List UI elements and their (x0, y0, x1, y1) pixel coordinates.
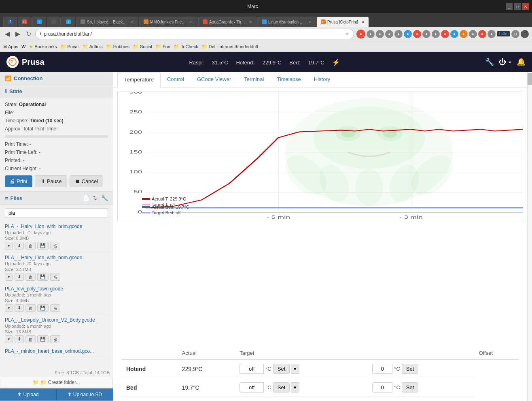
tab-terminal[interactable]: Terminal (237, 72, 270, 87)
bookmark-bookmarks[interactable]: ★ Bookmarks (29, 44, 57, 49)
bed-target-dropdown[interactable]: ▾ (291, 382, 299, 392)
browser-tab-google[interactable]: G (18, 17, 32, 27)
tab-timelapse[interactable]: Timelapse (270, 72, 307, 87)
nav-icon-7[interactable]: ● (413, 30, 421, 38)
create-folder-button[interactable]: 📁 📁 Create folder... (0, 377, 113, 388)
file-download-btn-4[interactable]: ⬇ (15, 335, 24, 343)
nav-icon-8[interactable]: ● (422, 30, 430, 38)
file-sd-btn-4[interactable]: 💾 (37, 335, 49, 343)
tab-close-aquagraphix[interactable]: ✕ (249, 20, 252, 24)
bookmark-star[interactable]: ★ (345, 31, 350, 37)
file-load-btn-3[interactable]: ▾ (5, 304, 13, 312)
right-scrollbar[interactable] (527, 72, 532, 401)
reload-button[interactable]: ↻ (24, 29, 33, 38)
file-delete-btn-2[interactable]: 🗑 (25, 273, 36, 281)
new-file-icon[interactable]: 📄 (83, 195, 90, 201)
file-name-4[interactable]: PLA_-_Lowpoly_Unicorn_V2_Body.gcode (5, 317, 108, 323)
nav-icon-10[interactable]: ● (441, 30, 449, 38)
browser-tab-prusa[interactable]: P Prusa [OctoPrint] ✕ (316, 17, 369, 27)
nav-menu[interactable]: ⋮ (521, 30, 529, 38)
file-download-btn-1[interactable]: ⬇ (15, 242, 24, 250)
file-delete-btn-1[interactable]: 🗑 (25, 242, 36, 250)
file-print-btn-3[interactable]: 🖨 (50, 304, 60, 312)
tab-history[interactable]: History (307, 72, 337, 87)
file-load-btn-1[interactable]: ▾ (5, 242, 13, 250)
nav-icon-5[interactable]: ● (394, 30, 403, 38)
browser-tab-mmojunkies[interactable]: MMOJunkies Friends D... ✕ (139, 17, 197, 27)
settings-icon[interactable]: 🔧 (485, 58, 494, 66)
file-name-3[interactable]: PLA_low_poly_fawn.gcode (5, 286, 108, 292)
nav-icon-4[interactable]: ● (385, 30, 393, 38)
nav-icon-2[interactable]: ● (367, 30, 375, 38)
browser-tab-facebook[interactable]: f (3, 17, 17, 27)
bookmark-fun[interactable]: 📁 Fun (155, 44, 170, 49)
bookmark-intranet[interactable]: intranet.thunderbluff... (218, 44, 262, 49)
bookmark-hobbies[interactable]: 📁 Hobbies (106, 44, 129, 49)
pause-button[interactable]: ⏸ Pause (35, 175, 67, 187)
address-text[interactable]: prusa.thunderbluff.lan/ (44, 31, 342, 37)
tab-gcode-viewer[interactable]: GCode Viewer (191, 72, 237, 87)
hotend-target-dropdown[interactable]: ▾ (291, 364, 299, 374)
state-header[interactable]: ℹ State (0, 85, 113, 98)
browser-tab-site[interactable] (47, 17, 61, 27)
file-download-btn-2[interactable]: ⬇ (15, 273, 24, 281)
file-print-btn-2[interactable]: 🖨 (50, 273, 60, 281)
hotend-offset-input[interactable] (372, 364, 392, 374)
scrollbar-thumb[interactable] (528, 73, 532, 85)
cancel-button[interactable]: ⏹ Cancel (70, 175, 103, 187)
bookmark-apps[interactable]: ⊞ Apps (3, 44, 18, 49)
bed-offset-set-button[interactable]: Set (402, 382, 419, 392)
file-sd-btn-2[interactable]: 💾 (37, 273, 49, 281)
file-delete-btn-4[interactable]: 🗑 (25, 335, 36, 343)
power-icon[interactable]: ⏻ ▾ (499, 58, 512, 66)
upload-button[interactable]: ⬆ Upload (0, 388, 57, 401)
nav-icon-9[interactable]: ● (432, 30, 440, 38)
nav-icon-15[interactable]: ● (487, 30, 496, 38)
file-sd-btn-1[interactable]: 💾 (37, 242, 49, 250)
bookmark-w[interactable]: W (21, 44, 25, 49)
file-search-input[interactable] (5, 208, 108, 218)
file-delete-btn-3[interactable]: 🗑 (25, 304, 36, 312)
browser-tab-linux[interactable]: Linux distribution pack... ✕ (257, 17, 316, 27)
refresh-icon[interactable]: ↻ (93, 195, 98, 201)
bed-set-button[interactable]: Set (273, 382, 290, 392)
bookmark-adfinis[interactable]: 📁 Adfinis (82, 44, 103, 49)
nav-icon-11[interactable]: ● (450, 30, 458, 38)
wrench-icon[interactable]: 🔧 (101, 195, 108, 201)
tab-close-blackme[interactable]: ✕ (131, 20, 134, 24)
file-download-btn-3[interactable]: ⬇ (15, 304, 24, 312)
browser-tab-twitter2[interactable]: T (61, 17, 75, 27)
file-load-btn-2[interactable]: ▾ (5, 273, 13, 281)
connection-header[interactable]: 📶 Connection (0, 72, 113, 85)
hotend-offset-set-button[interactable]: Set (402, 364, 419, 374)
nav-icon-6[interactable]: ● (404, 30, 412, 38)
nav-icon-13[interactable]: ● (469, 30, 477, 38)
files-title[interactable]: ≡ Files (5, 195, 22, 201)
file-print-btn-1[interactable]: 🖨 (50, 242, 60, 250)
bookmark-del[interactable]: 📁 Del (201, 44, 216, 49)
upload-sd-button[interactable]: ⬆ Upload to SD (57, 388, 113, 401)
bookmark-social[interactable]: 📁 Social (133, 44, 152, 49)
bed-target-input[interactable] (240, 382, 264, 392)
browser-tab-blackme[interactable]: So, I played... Black Me... ✕ (76, 17, 138, 27)
minimize-button[interactable]: _ (506, 3, 513, 10)
tab-control[interactable]: Control (161, 72, 191, 87)
browser-tab-aquagraphix[interactable]: AquaGraphix - The UK... ✕ (198, 17, 256, 27)
back-button[interactable]: ◀ (3, 29, 11, 38)
file-name-5[interactable]: PLA_-_minion_heart_base_oximod.gco... (5, 348, 108, 354)
bed-offset-input[interactable] (372, 382, 392, 392)
print-button[interactable]: 🖨 Print (5, 175, 32, 187)
browser-tab-twitter1[interactable]: t (32, 17, 46, 27)
nav-icon-14[interactable]: ● (478, 30, 486, 38)
file-sd-btn-3[interactable]: 💾 (37, 304, 49, 312)
close-button[interactable]: ✕ (522, 3, 529, 10)
nav-icon-1[interactable]: ● (356, 30, 365, 38)
bookmark-privat[interactable]: 📁 Privat (60, 44, 79, 49)
nav-icon-3[interactable]: ● (376, 30, 384, 38)
file-name-1[interactable]: PLA_-_Hairy_Lion_with_brim.gcode (5, 224, 108, 229)
maximize-button[interactable]: □ (514, 3, 521, 10)
bookmark-tocheck[interactable]: 📁 ToCheck (174, 44, 198, 49)
forward-button[interactable]: ▶ (14, 29, 22, 38)
tab-close-linux[interactable]: ✕ (308, 20, 311, 24)
tab-temperature[interactable]: Temperature (117, 72, 161, 87)
